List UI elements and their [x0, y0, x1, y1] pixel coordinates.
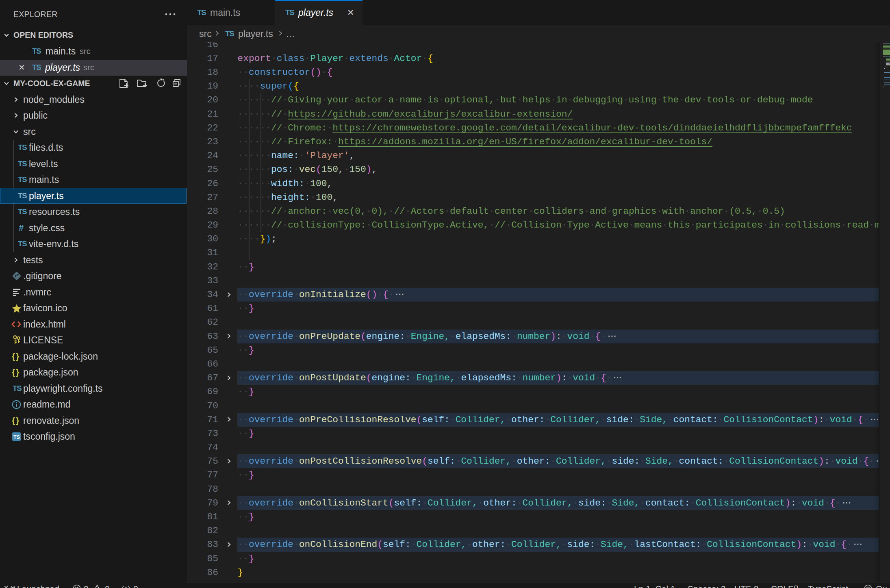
svg-text:TS: TS	[13, 434, 20, 440]
